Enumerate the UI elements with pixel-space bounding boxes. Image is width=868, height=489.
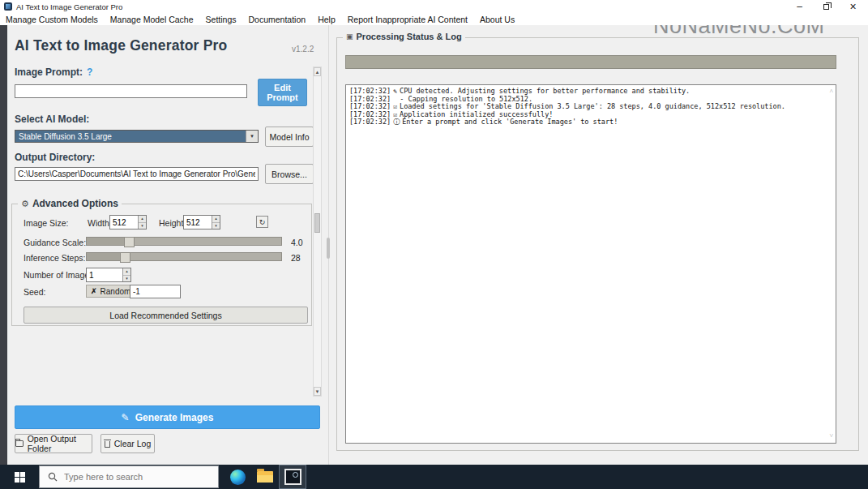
taskbar-search[interactable]	[39, 465, 219, 488]
output-directory-label: Output Directory:	[15, 152, 95, 163]
search-input[interactable]	[64, 472, 202, 482]
spin-down-icon[interactable]: ▾	[212, 223, 220, 229]
log-line: [17:02:32]ⓘEnter a prompt and click 'Gen…	[349, 118, 832, 127]
number-of-images-label: Number of Images:	[24, 270, 96, 280]
height-label: Height:	[159, 218, 186, 228]
guidance-scale-label: Guidance Scale:	[24, 238, 86, 247]
edge-icon	[230, 470, 246, 485]
log-check-icon: ☑	[393, 111, 397, 119]
search-icon	[48, 472, 58, 482]
browse-button[interactable]: Browse...	[265, 164, 314, 184]
start-button[interactable]	[0, 465, 39, 489]
seed-random-label: Random	[100, 287, 131, 296]
minimize-button[interactable]: –	[786, 0, 813, 13]
spin-up-icon[interactable]: ▴	[212, 216, 220, 223]
chevron-down-icon[interactable]: ▼	[246, 131, 258, 142]
width-label: Width:	[88, 218, 112, 228]
windows-logo-icon	[15, 472, 25, 483]
inference-steps-slider[interactable]	[86, 252, 282, 261]
menu-documentation[interactable]: Documentation	[249, 15, 306, 24]
menu-manage-custom-models[interactable]: Manage Custom Models	[6, 15, 98, 24]
title-bar: AI Text to Image Generator Pro – ×	[0, 0, 868, 13]
model-info-button[interactable]: Model Info	[265, 127, 314, 147]
scroll-up-arrow[interactable]: ▲	[314, 67, 321, 76]
number-of-images-stepper[interactable]: ▴▾	[86, 268, 131, 282]
spin-down-icon[interactable]: ▾	[123, 276, 130, 282]
log-output[interactable]: [17:02:32]✎CPU detected. Adjusting setti…	[345, 84, 836, 444]
window-controls: – ×	[786, 0, 866, 13]
generate-images-button[interactable]: ✎ Generate Images	[15, 405, 320, 429]
height-spinner-arrows[interactable]: ▴▾	[212, 216, 220, 229]
prompt-help-icon[interactable]: ?	[87, 66, 92, 78]
width-stepper[interactable]: ▴▾	[109, 215, 147, 229]
log-scroll-down-icon[interactable]: ˅	[829, 432, 833, 440]
num-images-spinner-arrows[interactable]: ▴▾	[122, 268, 130, 281]
folder-icon	[15, 440, 24, 447]
height-stepper[interactable]: ▴▾	[183, 215, 220, 229]
spin-up-icon[interactable]: ▴	[123, 268, 130, 276]
taskbar-explorer-button[interactable]	[251, 465, 279, 489]
guidance-slider-handle[interactable]	[87, 238, 130, 245]
advanced-options-group: ⚙ Advanced Options Image Size: Width: ▴▾…	[11, 204, 312, 326]
seed-label: Seed:	[24, 287, 45, 297]
generate-icon: ✎	[122, 412, 130, 423]
spin-down-icon[interactable]: ▾	[139, 223, 146, 229]
log-info-icon: ⓘ	[393, 118, 400, 127]
inference-steps-label: Inference Steps:	[24, 253, 85, 263]
menu-report-inappropriate[interactable]: Report Inappropriate AI Content	[348, 15, 468, 24]
output-directory-input[interactable]	[15, 167, 259, 181]
seed-random-checkbox[interactable]: ✗ Random	[86, 285, 135, 298]
ai-generator-app-icon	[284, 469, 301, 485]
app-icon	[4, 2, 12, 11]
menu-bar: Manage Custom Models Manage Model Cache …	[0, 13, 868, 25]
menu-manage-model-cache[interactable]: Manage Model Cache	[110, 15, 194, 24]
advanced-options-title: ⚙ Advanced Options	[18, 198, 122, 209]
trash-icon	[105, 441, 110, 448]
inference-steps-value: 28	[291, 253, 301, 263]
file-explorer-icon	[257, 471, 273, 483]
width-spinner-arrows[interactable]: ▴▾	[138, 216, 146, 229]
version-label: v1.2.2	[292, 45, 314, 54]
processing-status-title: ▣ Processing Status & Log	[343, 32, 465, 41]
menu-settings[interactable]: Settings	[206, 15, 237, 24]
model-selected-value: Stable Diffusion 3.5 Large	[15, 132, 246, 141]
restore-button[interactable]	[813, 0, 840, 13]
clear-log-button[interactable]: Clear Log	[100, 434, 155, 453]
width-input[interactable]	[110, 216, 138, 229]
scroll-down-arrow[interactable]: ▼	[314, 387, 321, 396]
spin-up-icon[interactable]: ▴	[139, 216, 146, 223]
page-title: AI Text to Image Generator Pro	[15, 37, 227, 54]
left-panel-scrollbar[interactable]: ▲ ▼	[313, 66, 322, 397]
gear-icon: ⚙	[21, 199, 29, 209]
taskbar-edge-button[interactable]	[224, 465, 251, 489]
steps-slider-handle[interactable]	[87, 253, 126, 260]
menu-about-us[interactable]: About Us	[480, 15, 515, 24]
image-size-label: Image Size:	[24, 218, 68, 228]
height-input[interactable]	[184, 216, 212, 229]
log-check-icon: ☑	[393, 103, 397, 111]
log-scroll-up-icon[interactable]: ˄	[829, 88, 833, 96]
status-log-icon: ▣	[346, 32, 353, 41]
edit-prompt-button[interactable]: Edit Prompt	[258, 79, 307, 106]
model-select-dropdown[interactable]: Stable Diffusion 3.5 Large ▼	[15, 130, 259, 143]
swap-dimensions-button[interactable]: ↻	[256, 216, 268, 228]
select-model-label: Select AI Model:	[15, 114, 89, 125]
close-button[interactable]: ×	[840, 0, 866, 13]
panel-divider-handle[interactable]	[327, 238, 330, 259]
app-window: AI Text to Image Generator Pro – × Manag…	[0, 0, 868, 489]
scrollbar-thumb[interactable]	[314, 213, 320, 233]
window-title: AI Text to Image Generator Pro	[16, 2, 122, 11]
window-left-border	[0, 25, 7, 465]
processing-status-group: ▣ Processing Status & Log [17:02:32]✎CPU…	[336, 37, 859, 451]
image-prompt-label: Image Prompt:?	[15, 66, 92, 78]
checkbox-check-icon: ✗	[91, 287, 97, 295]
guidance-scale-slider[interactable]	[86, 237, 282, 246]
menu-help[interactable]: Help	[318, 15, 336, 24]
load-recommended-settings-button[interactable]: Load Recommended Settings	[24, 307, 308, 324]
seed-input[interactable]	[130, 285, 181, 298]
restore-icon	[823, 4, 829, 10]
open-output-folder-button[interactable]: Open Output Folder	[15, 434, 92, 453]
prompt-input[interactable]	[15, 84, 247, 98]
taskbar-app-button-active[interactable]	[279, 465, 306, 489]
number-of-images-input[interactable]	[87, 268, 122, 281]
